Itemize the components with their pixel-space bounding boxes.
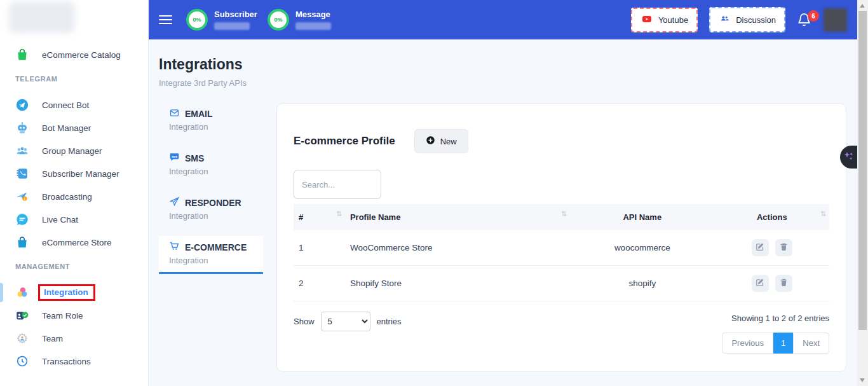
sidebar-item-live-chat[interactable]: Live Chat <box>0 208 148 231</box>
cart-icon <box>169 241 180 253</box>
sidebar-item-subscriber-manager[interactable]: Subscriber Manager <box>0 162 148 185</box>
row-number: 2 <box>294 266 345 301</box>
api-name-cell: woocommerce <box>570 230 715 266</box>
trash-icon <box>780 242 788 253</box>
envelope-icon <box>169 108 180 120</box>
sidebar-item-team-role[interactable]: Team Role <box>0 304 148 327</box>
sidebar-item-label: Integration <box>44 287 88 297</box>
pagination-previous-button[interactable]: Previous <box>722 333 773 354</box>
column-header-api-name[interactable]: API Name <box>570 204 715 230</box>
scrollbar-up-arrow[interactable] <box>860 4 865 8</box>
user-avatar[interactable] <box>824 8 847 32</box>
sparkles-icon <box>843 150 855 165</box>
subnav-item-subtitle: Integration <box>169 211 253 221</box>
table-row: 1 WooCommerce Store woocommerce <box>294 230 829 266</box>
sidebar-item-label: Transactions <box>42 357 91 366</box>
column-header-actions[interactable]: Actions ⇅ <box>715 204 829 230</box>
active-item-indicator <box>0 283 3 302</box>
pagination-next-button[interactable]: Next <box>793 333 829 354</box>
main-content: Integrations Integrate 3rd Party APIs EM… <box>149 39 857 386</box>
delete-button[interactable] <box>775 239 792 256</box>
subnav-item-title: SMS <box>185 153 204 163</box>
ecommerce-profile-card: E-commerce Profile New # ⇅ <box>276 103 846 372</box>
svg-text:SMS: SMS <box>172 155 177 158</box>
paper-plane-badge-icon: 1 <box>15 190 29 203</box>
sidebar-item-integration[interactable]: Integration <box>0 281 148 304</box>
subnav-item-subtitle: Integration <box>169 256 253 265</box>
new-profile-button[interactable]: New <box>414 129 468 153</box>
sidebar: eCommerce Catalog TELEGRAM Connect Bot B… <box>0 0 149 386</box>
scrollbar-thumb[interactable] <box>858 11 867 330</box>
sidebar-item-connect-bot[interactable]: Connect Bot <box>0 93 148 116</box>
card-title: E-commerce Profile <box>294 135 395 148</box>
message-count-blurred <box>295 22 331 30</box>
paper-plane-icon <box>169 196 180 209</box>
column-header-num[interactable]: # ⇅ <box>294 204 345 230</box>
api-name-cell: shopify <box>570 266 715 301</box>
sidebar-item-transactions[interactable]: Transactions <box>0 350 148 373</box>
notification-count-badge: 6 <box>808 10 819 22</box>
subnav-item-responder[interactable]: RESPONDER Integration <box>159 191 263 228</box>
svg-text:1: 1 <box>24 197 26 201</box>
sidebar-item-bot-manager[interactable]: Bot Manager <box>0 116 148 139</box>
sms-bubble-icon: SMS <box>169 152 180 164</box>
sidebar-item-label: Subscriber Manager <box>42 169 119 179</box>
sidebar-item-label: Team <box>42 334 63 343</box>
search-input[interactable] <box>294 170 381 199</box>
table-header-row: # ⇅ Profile Name ⇅ API Name Actions ⇅ <box>294 204 829 230</box>
edit-icon <box>756 242 764 253</box>
telegram-icon <box>15 98 29 112</box>
page-scrollbar[interactable] <box>857 0 868 386</box>
column-header-profile-name[interactable]: Profile Name ⇅ <box>345 204 570 230</box>
new-profile-button-label: New <box>440 137 457 146</box>
sidebar-section-management: MANAGEMENT <box>0 260 148 273</box>
message-stat: 0% Message <box>268 9 331 31</box>
sort-icon: ⇅ <box>820 210 826 218</box>
delete-button[interactable] <box>775 275 792 292</box>
sidebar-item-ecommerce-catalog[interactable]: eCommerce Catalog <box>0 43 148 66</box>
sidebar-item-broadcasting[interactable]: 1 Broadcasting <box>0 185 148 208</box>
youtube-icon <box>641 14 653 26</box>
id-badge-shield-icon <box>15 308 29 322</box>
pagination-page-1-button[interactable]: 1 <box>773 333 793 354</box>
edit-button[interactable] <box>752 275 769 292</box>
edit-button[interactable] <box>752 239 769 256</box>
shopping-bag-green-icon <box>15 48 29 62</box>
page-size-select[interactable]: 5 <box>321 312 370 331</box>
annotation-highlight: Integration <box>38 284 95 301</box>
sidebar-item-label: Connect Bot <box>42 100 89 110</box>
hamburger-icon[interactable] <box>159 15 172 24</box>
message-progress-ring: 0% <box>268 9 289 31</box>
sidebar-item-group-manager[interactable]: Group Manager <box>0 139 148 162</box>
scrollbar-down-arrow[interactable] <box>860 378 865 382</box>
youtube-button[interactable]: Youtube <box>631 8 698 32</box>
sidebar-item-team[interactable]: Team <box>0 327 148 350</box>
subnav-item-email[interactable]: EMAIL Integration <box>159 103 263 139</box>
message-stat-label: Message <box>295 10 331 19</box>
sidebar-item-label: eCommerce Store <box>42 238 112 247</box>
profile-name-cell: WooCommerce Store <box>345 230 570 266</box>
show-label: Show <box>294 317 315 326</box>
subnav-item-title: EMAIL <box>185 109 213 119</box>
sort-icon: ⇅ <box>336 210 342 218</box>
contact-book-icon <box>15 167 29 181</box>
chat-bubble-icon <box>15 212 29 226</box>
row-number: 1 <box>294 230 345 266</box>
notifications-bell[interactable]: 6 <box>797 11 812 28</box>
sidebar-item-ecommerce-store[interactable]: eCommerce Store <box>0 231 148 254</box>
sidebar-item-label: Team Role <box>42 311 83 321</box>
group-icon <box>15 144 29 158</box>
sidebar-item-label: eCommerce Catalog <box>42 50 121 60</box>
sort-icon: ⇅ <box>561 210 567 218</box>
subscriber-stat: 0% Subscriber <box>186 9 257 31</box>
sidebar-item-label: Group Manager <box>42 146 102 156</box>
subscriber-progress-ring: 0% <box>186 9 208 31</box>
page-subtitle: Integrate 3rd Party APIs <box>159 78 846 88</box>
subnav-item-ecommerce[interactable]: E-COMMERCE Integration <box>159 236 263 274</box>
youtube-button-label: Youtube <box>658 15 688 25</box>
palette-circles-icon <box>15 286 29 300</box>
subnav-item-sms[interactable]: SMS SMS Integration <box>159 147 263 183</box>
entries-label: entries <box>377 317 402 326</box>
subnav-item-title: RESPONDER <box>185 198 241 208</box>
discussion-button[interactable]: Discussion <box>709 7 785 32</box>
